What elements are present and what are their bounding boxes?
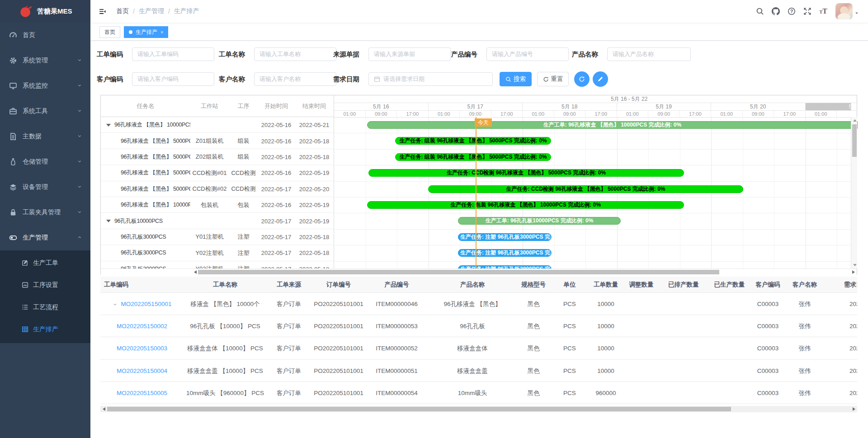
logo-icon <box>19 5 33 18</box>
filter-input-0-1[interactable]: 请输入工单名称 <box>254 47 336 61</box>
order-code-link[interactable]: MO202205150005 <box>117 390 167 396</box>
gantt-bar[interactable]: 生产任务: 包装 96孔移液盒 【黑色】 10000PCS 完成比例: 0% <box>367 201 684 209</box>
breadcrumb-item[interactable]: 生产管理 <box>139 7 164 15</box>
orders-column-header[interactable]: 单位 <box>549 277 590 293</box>
gantt-task-row[interactable]: 96孔移液盒 【黑色】 10000PCS2022-05-162022-05-21 <box>101 117 334 133</box>
order-code-link[interactable]: MO202205150002 <box>117 323 167 330</box>
sidebar-subitem-1[interactable]: 工序设置 <box>0 274 90 296</box>
order-code-link[interactable]: MO202205150001 <box>121 301 172 307</box>
gantt-hscrollbar[interactable] <box>101 268 857 275</box>
filter-input-1-2[interactable]: 请选择需求日期 <box>368 72 493 86</box>
refresh-gantt-button[interactable] <box>574 71 590 87</box>
gantt-bar[interactable]: 生产任务: 组装 96孔移液盒 【黑色】 5000PCS 完成比例: 0% <box>395 153 551 161</box>
filter-input-1-1[interactable]: 请输入客户名称 <box>254 72 336 86</box>
filter-input-0-4[interactable]: 请输入产品名称 <box>607 47 691 61</box>
orders-column-header[interactable]: 需求日期 <box>826 277 857 293</box>
orders-column-header[interactable]: 工单名称 <box>184 277 267 293</box>
search-button[interactable]: 搜索 <box>500 72 532 86</box>
orders-column-header[interactable]: 客户名称 <box>783 277 826 293</box>
sidebar-collapse-button[interactable] <box>99 8 106 15</box>
reset-button[interactable]: 重置 <box>537 72 569 86</box>
filter-input-0-3[interactable]: 请输入产品编号 <box>486 47 569 61</box>
sidebar-subitem-0[interactable]: 生产工单 <box>0 252 90 274</box>
user-avatar[interactable] <box>835 3 853 19</box>
gantt-bar[interactable]: 生产任务: 注塑 96孔孔板3000PCS 完成比例: 0% <box>458 265 552 268</box>
sidebar-item-5[interactable]: 仓储管理 <box>0 149 90 174</box>
user-menu-caret[interactable] <box>854 11 859 15</box>
orders-column-header[interactable]: 订单编号 <box>311 277 366 293</box>
app-logo[interactable]: 苦糖果MES <box>0 0 90 23</box>
sidebar-item-6[interactable]: 设备管理 <box>0 174 90 200</box>
orders-column-header[interactable]: 产品编号 <box>366 277 427 293</box>
orders-row[interactable]: MO202205150003移液盒盒体 【10000】 PCS客户订单PO202… <box>100 337 857 359</box>
tab-1[interactable]: 生产排产× <box>124 26 168 38</box>
row-expand-icon[interactable] <box>113 302 118 307</box>
gantt-bar[interactable]: 生产任务: 注塑 96孔孔板3000PCS 完成比例: 0% <box>458 249 552 257</box>
orders-row[interactable]: MO202205150004移液盒盒盖 【10000】 PCS客户订单PO202… <box>100 360 857 382</box>
sidebar-item-4[interactable]: 主数据 <box>0 124 90 149</box>
gantt-task-row[interactable]: 96孔孔板3000PCSY02注塑机注塑2022-05-172022-05-18 <box>101 245 334 261</box>
orders-row[interactable]: MO202205150001移液盒 【黑色】 10000个客户订单PO20220… <box>100 293 857 315</box>
gantt-column-header[interactable]: 结束时间 <box>294 95 334 117</box>
gantt-task-row[interactable]: 96孔孔板10000PCS2022-05-172022-05-19 <box>101 213 334 229</box>
gantt-task-row[interactable]: 96孔移液盒 【黑色】 5000PCSCCD检测#02CCD检测2022-05-… <box>101 181 334 197</box>
orders-column-header[interactable]: 规格型号 <box>518 277 549 293</box>
gantt-task-row[interactable]: 96孔移液盒 【黑色】 10000PCS包装机包装2022-05-162022-… <box>101 197 334 213</box>
gantt-task-row[interactable]: 96孔移液盒 【黑色】 5000PCSCCD检测#01CCD检测2022-05-… <box>101 165 334 181</box>
gantt-task-row[interactable]: 96孔孔板3000PCSY01注塑机注塑2022-05-172022-05-18 <box>101 229 334 245</box>
filter-input-1-0[interactable]: 请输入客户编码 <box>132 72 214 86</box>
gantt-column-header[interactable]: 任务名 <box>101 95 190 117</box>
gantt-bar[interactable]: 生产任务: CCD检测 96孔移液盒 【黑色】 5000PCS 完成比例: 0% <box>368 169 684 177</box>
gantt-day-header: 5月 18 <box>523 103 617 110</box>
orders-column-header[interactable]: 工单来源 <box>267 277 311 293</box>
orders-column-header[interactable]: 调整数量 <box>622 277 661 293</box>
tree-expand-caret[interactable] <box>106 124 111 127</box>
gantt-column-header[interactable]: 工作站 <box>190 95 229 117</box>
filter-input-0-0[interactable]: 请输入工单编码 <box>132 47 214 61</box>
gantt-bar[interactable]: 生产工单: 96孔移液盒 【黑色】 10000PCS 完成比例: 0% <box>367 121 858 129</box>
orders-column-header[interactable]: 产品名称 <box>427 277 518 293</box>
github-link[interactable] <box>772 7 780 15</box>
orders-column-header[interactable]: 工单编码 <box>100 277 184 293</box>
today-line <box>476 117 476 268</box>
gantt-task-row[interactable]: 96孔移液盒 【黑色】 5000PCSZ02组装机组装2022-05-16202… <box>101 149 334 165</box>
gantt-column-header[interactable]: 工序 <box>229 95 258 117</box>
breadcrumb-item[interactable]: 首页 <box>116 7 129 15</box>
orders-column-header[interactable]: 工单数量 <box>590 277 622 293</box>
sidebar-item-8[interactable]: 生产管理 <box>0 225 90 250</box>
order-code-link[interactable]: MO202205150004 <box>117 367 167 374</box>
hscroll-thumb[interactable] <box>198 270 719 274</box>
gantt-column-header[interactable]: 开始时间 <box>258 95 294 117</box>
font-size-button[interactable]: TT <box>819 7 827 15</box>
orders-column-header[interactable]: 已生产数量 <box>706 277 753 293</box>
gantt-bar[interactable]: 生产任务: 组装 96孔移液盒 【黑色】 5000PCS 完成比例: 0% <box>395 137 551 145</box>
gantt-hour-header: 17:00 <box>774 111 806 117</box>
gantt-task-row[interactable]: 96孔移液盒 【黑色】 5000PCSZ01组装机组装2022-05-16202… <box>101 133 334 149</box>
orders-column-header[interactable]: 客户编码 <box>753 277 783 293</box>
orders-row[interactable]: MO20220515000510mm吸头 【960000】 PCS客户订单PO2… <box>100 382 857 404</box>
gantt-bar[interactable]: 生产工单: 96孔孔板10000PCS 完成比例: 0% <box>458 217 621 225</box>
edit-button[interactable] <box>593 71 608 87</box>
orders-row[interactable]: MO20220515000296孔孔板 【10000】 PCS客户订单PO202… <box>100 315 857 337</box>
orders-hscroll-thumb[interactable] <box>107 407 731 411</box>
order-code-link[interactable]: MO202205150003 <box>117 345 167 352</box>
sidebar-item-3[interactable]: 系统工具 <box>0 99 90 124</box>
sidebar-item-1[interactable]: 系统管理 <box>0 48 90 73</box>
tree-expand-caret[interactable] <box>106 220 111 222</box>
gantt-bar[interactable]: 生产任务: 注塑 96孔孔板3000PCS 完成比例: 0% <box>458 233 552 241</box>
vscroll-thumb[interactable] <box>852 124 857 157</box>
sidebar-subitem-3[interactable]: 生产排产 <box>0 318 90 340</box>
tab-close-icon[interactable]: × <box>160 29 163 35</box>
gantt-vscrollbar[interactable] <box>851 117 857 268</box>
fullscreen-button[interactable] <box>803 7 811 15</box>
orders-column-header[interactable]: 已排产数量 <box>661 277 706 293</box>
sidebar-item-2[interactable]: 系统监控 <box>0 73 90 99</box>
sidebar-item-7[interactable]: 工装夹具管理 <box>0 200 90 225</box>
help-button[interactable]: ? <box>788 7 796 15</box>
header-search-button[interactable] <box>756 7 764 15</box>
sidebar-item-0[interactable]: 首页 <box>0 23 90 48</box>
sidebar-subitem-2[interactable]: 工艺流程 <box>0 296 90 318</box>
filter-input-0-2[interactable]: 请输入来源单据 <box>368 47 451 61</box>
orders-hscrollbar[interactable] <box>100 406 857 412</box>
tab-0[interactable]: 首页 <box>99 26 120 38</box>
